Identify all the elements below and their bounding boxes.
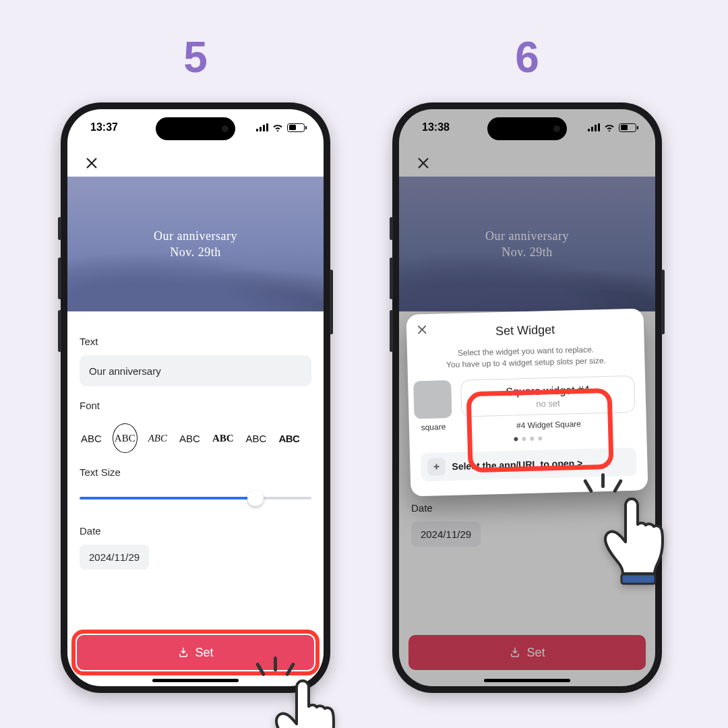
preview-date: Nov. 29th (170, 244, 220, 260)
dynamic-island (487, 117, 567, 140)
battery-icon (619, 123, 636, 132)
text-input[interactable] (80, 355, 311, 386)
set-button-label: Set (195, 646, 213, 660)
font-option-selected[interactable]: ABC (113, 423, 138, 453)
phone-step-5: 13:37 Our anniversary Nov. 29th (61, 102, 330, 693)
widget-size-label: square (415, 422, 452, 432)
font-picker[interactable]: ABC ABC ABC ABC ABC ABC ABC ABC (80, 419, 311, 454)
set-button[interactable]: Set (77, 635, 314, 670)
text-size-label: Text Size (80, 466, 311, 478)
plus-icon: + (427, 458, 446, 476)
close-button[interactable] (411, 151, 435, 175)
signal-icon (256, 123, 268, 131)
wifi-icon (604, 123, 615, 131)
font-option[interactable]: ABC (277, 429, 301, 448)
status-time: 13:38 (422, 121, 450, 133)
font-option[interactable]: ABC (245, 429, 268, 448)
text-size-slider[interactable] (80, 486, 311, 510)
widget-slot-card[interactable]: Square widget #4 no set (460, 375, 635, 417)
home-indicator (152, 679, 239, 682)
font-option[interactable]: ABC (211, 429, 235, 448)
wifi-icon (272, 123, 283, 131)
widget-preview: Our anniversary Nov. 29th (67, 177, 324, 311)
sheet-close-button[interactable] (416, 324, 429, 338)
close-button[interactable] (80, 151, 104, 175)
widget-slot-caption: #4 Widget Square (462, 418, 636, 432)
select-app-label: Select the app/URL to open > (452, 458, 582, 472)
select-app-row[interactable]: + Select the app/URL to open > (421, 448, 637, 481)
sheet-desc-2: You have up to 4 widget setup slots per … (446, 356, 606, 369)
step-number-6: 6 (392, 32, 662, 82)
preview-title: Our anniversary (154, 228, 237, 244)
date-field[interactable]: 2024/11/29 (80, 545, 149, 570)
sheet-desc-1: Select the widget you want to replace. (458, 344, 594, 357)
phone-step-6: 13:38 Our anniversary Nov. 29th (392, 102, 662, 693)
home-indicator (484, 679, 570, 682)
status-time: 13:37 (90, 121, 118, 133)
sheet-title: Set Widget (417, 321, 633, 340)
font-option[interactable]: ABC (147, 429, 169, 448)
page-dots (420, 434, 636, 444)
widget-size-square[interactable] (413, 380, 452, 419)
font-option[interactable]: ABC (80, 429, 103, 448)
date-label: Date (80, 525, 311, 537)
font-label: Font (80, 400, 311, 411)
font-option[interactable]: ABC (310, 429, 311, 448)
signal-icon (588, 123, 600, 131)
set-widget-sheet: Set Widget Select the widget you want to… (406, 308, 648, 496)
set-icon (177, 646, 189, 659)
battery-icon (287, 123, 305, 132)
text-label: Text (80, 336, 311, 347)
font-option[interactable]: ABC (178, 429, 202, 448)
dynamic-island (156, 117, 235, 140)
step-number-5: 5 (61, 32, 330, 82)
